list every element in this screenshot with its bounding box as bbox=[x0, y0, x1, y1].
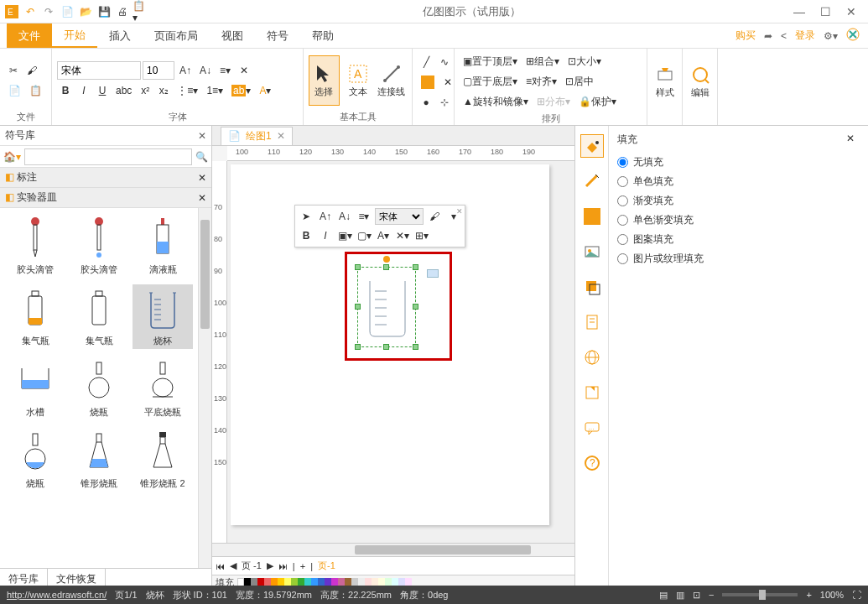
copy-icon[interactable]: 📄 bbox=[5, 81, 24, 100]
shape-dropbottle[interactable]: 滴液瓶 bbox=[133, 213, 193, 278]
shape-erlenmeyer2[interactable]: 锥形烧瓶 2 bbox=[133, 427, 193, 492]
float-font-select[interactable]: 宋体 bbox=[375, 208, 424, 225]
line-tab-icon[interactable] bbox=[580, 169, 604, 193]
rect-icon[interactable] bbox=[418, 73, 438, 91]
image-tab-icon[interactable] bbox=[580, 240, 604, 263]
shape-flatflask[interactable]: 平底烧瓶 bbox=[133, 356, 193, 420]
linespacing-icon[interactable]: ≡▾ bbox=[216, 61, 234, 80]
view-mode2-icon[interactable]: ▥ bbox=[676, 590, 684, 601]
curve-icon[interactable]: ∿ bbox=[436, 53, 453, 71]
float-group-icon[interactable]: ⊞▾ bbox=[413, 227, 430, 244]
fill-tab-icon[interactable] bbox=[580, 134, 604, 158]
shape-beaker[interactable]: 烧杯 bbox=[133, 284, 193, 349]
resize-handle[interactable] bbox=[355, 264, 361, 270]
document-tab[interactable]: 📄 绘图1 ✕ bbox=[221, 127, 293, 145]
redo-button[interactable]: ↷ bbox=[40, 3, 57, 20]
status-url[interactable]: http://www.edrawsoft.cn/ bbox=[7, 590, 107, 600]
panel-close-icon[interactable]: ✕ bbox=[198, 130, 206, 142]
pagenav-first[interactable]: ⏮ bbox=[216, 561, 225, 571]
float-pointer-icon[interactable]: ➤ bbox=[298, 208, 314, 225]
subscript-button[interactable]: x₂ bbox=[155, 81, 172, 100]
zoom-slider[interactable] bbox=[722, 593, 798, 596]
paste-icon[interactable]: 📋 bbox=[26, 81, 45, 100]
fill-gradient-option[interactable]: 渐变填充 bbox=[617, 194, 860, 208]
note-indicator[interactable] bbox=[427, 269, 439, 278]
send-back-button[interactable]: ▢ 置于底层▾ bbox=[460, 72, 521, 91]
export2-icon[interactable]: ➦ bbox=[764, 30, 772, 42]
shapes-scrollbar[interactable] bbox=[198, 208, 211, 568]
rotate-button[interactable]: ▲ 旋转和镜像▾ bbox=[460, 92, 532, 111]
resize-handle[interactable] bbox=[413, 264, 418, 270]
numbering-icon[interactable]: 1≡▾ bbox=[203, 81, 226, 100]
new-icon[interactable]: 📄 bbox=[59, 3, 75, 20]
right-close-icon[interactable]: ✕ bbox=[846, 133, 855, 147]
float-align-icon[interactable]: ≡▾ bbox=[356, 208, 372, 225]
pagenav-prev[interactable]: ◀ bbox=[230, 560, 236, 571]
resize-handle[interactable] bbox=[413, 304, 418, 310]
search-icon[interactable]: 🔍 bbox=[195, 151, 208, 163]
canvas[interactable]: ✕ ➤ A↑ A↓ ≡▾ 宋体 🖌 ▾ B I ▣▾ ▢▾ bbox=[227, 161, 574, 543]
distribute-button[interactable]: ⊞ 分布▾ bbox=[533, 92, 574, 111]
doc-close-icon[interactable]: ✕ bbox=[277, 130, 285, 142]
layer-tab-icon[interactable] bbox=[580, 275, 604, 299]
resize-handle[interactable] bbox=[413, 344, 418, 350]
fill-solid-option[interactable]: 单色填充 bbox=[617, 174, 860, 189]
tab-layout[interactable]: 页面布局 bbox=[143, 23, 210, 48]
page-tab-1[interactable]: 页-1 bbox=[318, 560, 335, 572]
float-tools-icon[interactable]: ✕▾ bbox=[394, 227, 411, 244]
bullets-icon[interactable]: ⋮≡▾ bbox=[174, 81, 201, 100]
style-button[interactable]: 样式 bbox=[652, 57, 677, 107]
fill-none-option[interactable]: 无填充 bbox=[617, 155, 860, 169]
save-icon[interactable]: 💾 bbox=[96, 3, 112, 20]
group-button[interactable]: ⊞ 组合▾ bbox=[522, 52, 563, 70]
superscript-button[interactable]: x² bbox=[137, 81, 153, 100]
strike-button[interactable]: abc bbox=[112, 81, 135, 100]
home-icon[interactable]: 🏠▾ bbox=[3, 151, 21, 163]
font-bigger-icon[interactable]: A↑ bbox=[176, 61, 195, 80]
category-annotation[interactable]: ◧ 标注✕ bbox=[0, 168, 211, 188]
minimize-button[interactable]: — bbox=[793, 5, 805, 18]
float-fill-icon[interactable]: ▣▾ bbox=[336, 227, 353, 244]
font-smaller-icon[interactable]: A↓ bbox=[196, 61, 215, 80]
search-input[interactable] bbox=[24, 148, 192, 165]
connector-tool[interactable]: 连接线 bbox=[377, 55, 407, 106]
resize-handle[interactable] bbox=[383, 344, 389, 350]
fill-solidgrad-option[interactable]: 单色渐变填充 bbox=[617, 213, 860, 227]
float-brush-icon[interactable]: 🖌 bbox=[426, 208, 443, 225]
tab-symbol[interactable]: 符号 bbox=[255, 23, 300, 48]
zoom-out-button[interactable]: − bbox=[709, 590, 714, 600]
page-tab-icon[interactable] bbox=[580, 310, 604, 334]
tab-help[interactable]: 帮助 bbox=[300, 23, 346, 48]
fontcolor-icon[interactable]: A▾ bbox=[256, 81, 274, 100]
protect-button[interactable]: 🔒 保护▾ bbox=[575, 92, 620, 111]
shape-gasbottle2[interactable]: 集气瓶 bbox=[69, 284, 129, 349]
gear-icon[interactable]: ⚙▾ bbox=[824, 30, 838, 42]
float-bold-button[interactable]: B bbox=[298, 227, 314, 244]
shape-dropper[interactable]: 胶头滴管 bbox=[5, 213, 65, 278]
tab-view[interactable]: 视图 bbox=[210, 23, 255, 48]
file-menu[interactable]: 文件 bbox=[7, 23, 52, 48]
note-tab-icon[interactable] bbox=[580, 381, 604, 404]
share-icon[interactable]: < bbox=[781, 30, 787, 42]
clear-icon[interactable]: ✕ bbox=[439, 73, 456, 91]
login-link[interactable]: 登录 bbox=[795, 29, 815, 43]
float-close-icon[interactable]: ✕ bbox=[456, 207, 463, 216]
shape-erlenmeyer[interactable]: 锥形烧瓶 bbox=[69, 427, 129, 492]
shape-gasbottle[interactable]: 集气瓶 bbox=[5, 284, 65, 349]
edit-button[interactable]: 编辑 bbox=[688, 57, 712, 107]
globe-tab-icon[interactable] bbox=[580, 346, 604, 369]
print-icon[interactable]: 🖨 bbox=[114, 3, 131, 20]
tab-start[interactable]: 开始 bbox=[52, 23, 97, 48]
maximize-button[interactable]: ☐ bbox=[820, 5, 831, 18]
shape-dropper2[interactable]: 胶头滴管 bbox=[69, 213, 129, 278]
center-button[interactable]: ⊡ 居中 bbox=[562, 72, 597, 91]
tab-insert[interactable]: 插入 bbox=[97, 23, 143, 48]
fill-picture-option[interactable]: 图片或纹理填充 bbox=[617, 252, 860, 266]
shadow-tab-icon[interactable] bbox=[580, 205, 604, 228]
float-fontdown-icon[interactable]: A↓ bbox=[336, 208, 353, 225]
cut-icon[interactable]: ✂ bbox=[5, 61, 22, 80]
text-tool[interactable]: A文本 bbox=[343, 55, 373, 106]
open-icon[interactable]: 📂 bbox=[77, 3, 94, 20]
pagenav-next[interactable]: ▶ bbox=[267, 560, 273, 571]
float-line-icon[interactable]: ▢▾ bbox=[356, 227, 372, 244]
